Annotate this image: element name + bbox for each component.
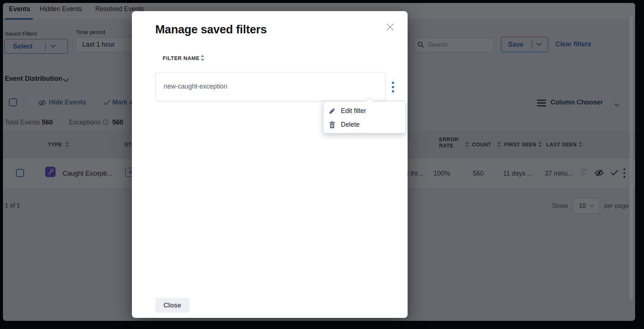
filter-name-column-header[interactable]: FILTER NAME (163, 55, 200, 61)
saved-filter-name: new-caught-exception (164, 83, 227, 90)
modal-close-button[interactable]: Close (155, 298, 189, 313)
scrollbar[interactable] (630, 16, 633, 300)
delete-menu-item[interactable]: Delete (323, 118, 406, 132)
delete-label: Delete (341, 121, 360, 129)
edit-filter-menu-item[interactable]: Edit filter (323, 104, 406, 118)
trash-icon (329, 121, 336, 129)
modal-close-icon[interactable] (384, 21, 396, 33)
pencil-icon (329, 107, 336, 114)
filter-actions-menu: Edit filter Delete (323, 101, 406, 133)
edit-filter-label: Edit filter (341, 107, 366, 115)
filter-kebab-icon[interactable] (384, 78, 402, 96)
modal-title: Manage saved filters (155, 23, 267, 36)
filter-name-sort-icon[interactable] (200, 55, 205, 61)
saved-filter-row: new-caught-exception (156, 72, 385, 101)
manage-saved-filters-modal: Manage saved filters FILTER NAME new-cau… (132, 11, 408, 318)
